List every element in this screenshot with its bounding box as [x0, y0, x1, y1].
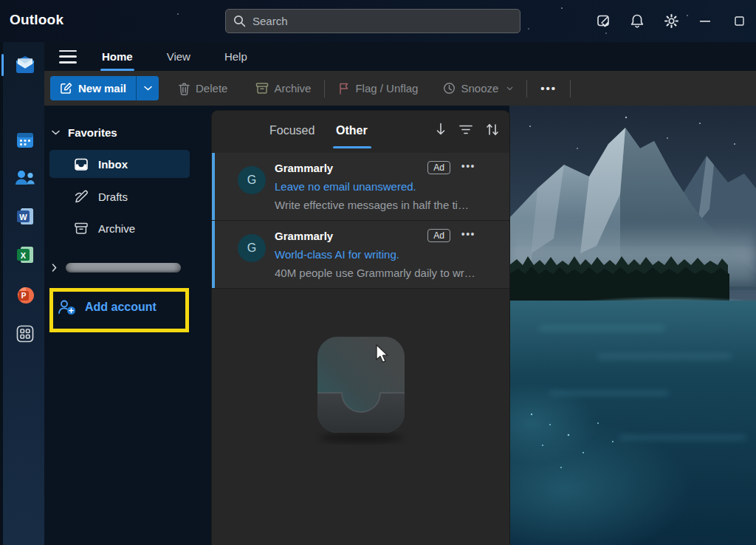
settings-gear-icon[interactable]	[654, 7, 688, 36]
message-more-button[interactable]: •••	[461, 160, 475, 172]
add-account-label: Add account	[85, 301, 157, 314]
excel-app-icon[interactable]: X	[3, 238, 47, 272]
background-photo	[509, 106, 756, 545]
chevron-down-icon	[506, 86, 513, 91]
snooze-label: Snooze	[461, 82, 498, 95]
outlook-window: Outlook Search	[0, 0, 756, 545]
sort-icon[interactable]	[486, 123, 499, 136]
tab-focused[interactable]: Focused	[269, 124, 315, 137]
sidebar-item-inbox[interactable]: Inbox	[49, 150, 190, 178]
svg-text:P: P	[21, 292, 27, 300]
message-sender: Grammarly	[275, 162, 333, 174]
svg-text:W: W	[19, 213, 27, 222]
favorites-header[interactable]: Favorites	[52, 126, 117, 139]
svg-text:X: X	[21, 251, 27, 260]
message-subject: World-class AI for writing.	[275, 248, 399, 261]
powerpoint-app-icon[interactable]: P	[3, 278, 47, 312]
drafts-pencil-icon	[74, 190, 89, 204]
word-app-icon[interactable]: W	[3, 199, 47, 233]
message-sender: Grammarly	[275, 230, 333, 242]
mail-app-icon[interactable]	[3, 48, 47, 82]
chevron-down-icon	[52, 130, 60, 135]
tab-help[interactable]: Help	[216, 44, 256, 69]
search-input[interactable]: Search	[225, 9, 520, 33]
compose-icon	[60, 82, 72, 95]
message-row[interactable]: G Grammarly Ad ••• Leave no email unansw…	[212, 153, 509, 221]
add-account-button[interactable]: Add account	[58, 299, 157, 315]
minimize-button[interactable]	[688, 7, 722, 36]
inbox-icon	[74, 157, 89, 171]
flag-label: Flag / Unflag	[355, 82, 418, 95]
message-list-panel: Focused Other G Grammarly Ad ••• Leave	[212, 111, 509, 545]
mouse-cursor	[375, 344, 391, 365]
message-preview: Write effective messages in half the ti…	[275, 199, 487, 211]
archive-label: Archive	[274, 82, 311, 95]
delete-label: Delete	[196, 82, 227, 95]
avatar: G	[238, 234, 266, 262]
toolbar-separator	[324, 80, 325, 97]
search-icon	[233, 15, 246, 27]
ad-badge: Ad	[427, 229, 450, 242]
ad-badge: Ad	[427, 161, 450, 174]
flag-button[interactable]: Flag / Unflag	[329, 76, 427, 100]
ribbon-tab-row: Home View Help	[44, 42, 756, 71]
message-list-header: Focused Other	[212, 111, 509, 153]
sidebar-item-label: Archive	[98, 222, 135, 235]
chevron-right-icon	[52, 264, 57, 272]
calendar-app-icon[interactable]	[3, 123, 47, 157]
more-apps-icon[interactable]	[3, 317, 47, 351]
sidebar-item-archive[interactable]: Archive	[49, 214, 190, 242]
unread-indicator	[212, 153, 215, 220]
hamburger-menu-icon[interactable]	[59, 50, 77, 64]
people-app-icon[interactable]	[3, 161, 47, 195]
flag-icon	[338, 82, 350, 95]
message-subject: Leave no email unanswered.	[275, 180, 416, 193]
toolbar: New mail Delete Archive Flag / Unfl	[44, 71, 756, 106]
toolbar-overflow-button[interactable]: •••	[532, 82, 566, 95]
folder-pane: Favorites Inbox Drafts Archive	[44, 106, 212, 545]
new-mail-label: New mail	[78, 82, 126, 95]
snooze-button[interactable]: Snooze	[434, 76, 522, 100]
app-logo-text: Outlook	[10, 12, 63, 28]
trash-icon	[178, 82, 190, 95]
archive-icon	[255, 82, 269, 95]
filter-icon[interactable]	[459, 124, 472, 135]
delete-button[interactable]: Delete	[169, 76, 236, 100]
favorites-label: Favorites	[68, 126, 117, 139]
tab-view[interactable]: View	[158, 44, 199, 69]
app-rail: W X P	[0, 42, 44, 545]
account-email-redacted	[66, 263, 181, 272]
maximize-button[interactable]	[722, 7, 756, 36]
my-day-icon[interactable]	[586, 7, 620, 36]
unread-indicator	[212, 221, 215, 288]
message-more-button[interactable]: •••	[461, 228, 475, 240]
sidebar-item-label: Drafts	[98, 191, 128, 203]
add-account-icon	[58, 299, 76, 315]
archive-icon	[74, 222, 89, 236]
toolbar-separator	[570, 80, 571, 97]
tab-other[interactable]: Other	[336, 124, 368, 137]
message-row[interactable]: G Grammarly Ad ••• World-class AI for wr…	[212, 221, 509, 289]
notifications-bell-icon[interactable]	[620, 7, 654, 36]
account-row[interactable]	[52, 256, 207, 278]
toolbar-separator	[526, 80, 527, 97]
message-preview: 40M people use Grammarly daily to wr…	[275, 267, 487, 279]
archive-button[interactable]: Archive	[247, 76, 320, 100]
move-down-icon[interactable]	[436, 123, 446, 136]
new-mail-dropdown[interactable]	[136, 76, 159, 100]
sidebar-item-label: Inbox	[98, 158, 128, 171]
new-mail-button[interactable]: New mail	[50, 76, 159, 100]
rail-selection-indicator	[1, 54, 4, 76]
empty-inbox-illustration	[314, 334, 408, 445]
sidebar-item-drafts[interactable]: Drafts	[49, 182, 190, 210]
tab-home[interactable]: Home	[93, 44, 142, 69]
titlebar: Outlook Search	[0, 0, 756, 42]
search-placeholder: Search	[252, 15, 288, 27]
avatar: G	[238, 166, 266, 194]
active-tab-underline	[333, 146, 371, 148]
clock-icon	[443, 82, 456, 95]
